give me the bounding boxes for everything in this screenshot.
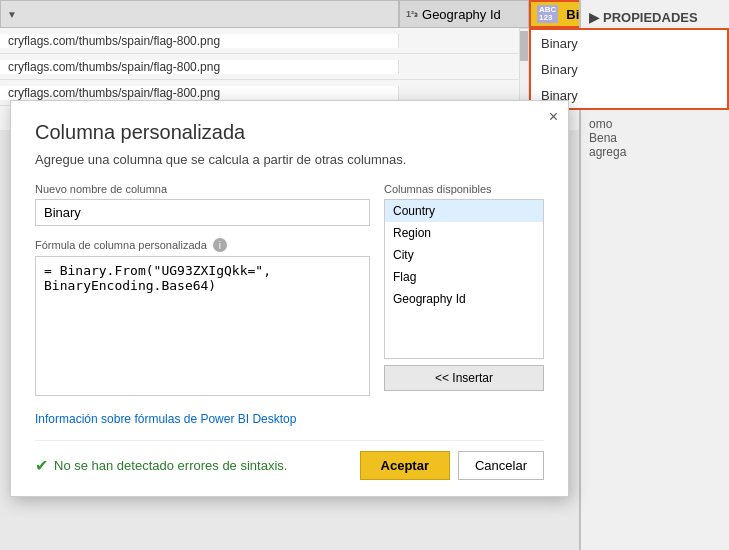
accept-button[interactable]: Aceptar [360,451,450,480]
column-item-flag[interactable]: Flag [385,266,543,288]
promo-text: omo [589,117,721,131]
formula-label-row: Fórmula de columna personalizada i [35,238,370,252]
dropdown-item-1[interactable]: Binary [531,30,727,56]
check-icon: ✔ [35,456,48,475]
column-item-region[interactable]: Region [385,222,543,244]
column-name-label: Nuevo nombre de columna [35,183,370,195]
dialog-body: Nuevo nombre de columna Fórmula de colum… [35,183,544,426]
url-col-icon: ▼ [7,9,17,20]
dialog-right-panel: Columnas disponibles Country Region City… [384,183,544,426]
scrollbar-thumb [520,31,528,61]
formula-label-text: Fórmula de columna personalizada [35,239,207,251]
columns-label: Columnas disponibles [384,183,544,195]
geoid-col-label: Geography Id [422,7,501,22]
columns-list: Country Region City Flag Geography Id [384,199,544,359]
column-item-country[interactable]: Country [385,200,543,222]
url-cell: cryflags.com/thumbs/spain/flag-800.png [0,86,399,100]
insert-button[interactable]: << Insertar [384,365,544,391]
column-name-input[interactable] [35,199,370,226]
url-cell: cryflags.com/thumbs/spain/flag-800.png [0,60,399,74]
url-cell: cryflags.com/thumbs/spain/flag-800.png [0,34,399,48]
status-text: No se han detectado errores de sintaxis. [54,458,287,473]
formula-info-icon[interactable]: i [213,238,227,252]
dialog-left-panel: Nuevo nombre de columna Fórmula de colum… [35,183,370,426]
dialog-close-button[interactable]: × [549,109,558,125]
panel-title-text: PROPIEDADES [603,10,698,25]
formula-help-link[interactable]: Información sobre fórmulas de Power BI D… [35,412,296,426]
column-item-city[interactable]: City [385,244,543,266]
panel-title: ▶ PROPIEDADES [589,10,721,25]
binary-type-icon: ABC123 [537,5,558,23]
custom-column-dialog: × Columna personalizada Agregue una colu… [10,100,569,497]
cancel-button[interactable]: Cancelar [458,451,544,480]
geoid-column-header[interactable]: 1²₃ Geography Id [399,0,529,28]
footer-info: Información sobre fórmulas de Power BI D… [35,411,370,426]
url-column-header: ▼ [0,0,399,28]
panel-triangle-icon: ▶ [589,10,599,25]
dropdown-scrollbar[interactable] [519,28,529,106]
footer-buttons: Aceptar Cancelar [360,451,544,480]
dropdown-item-2[interactable]: Binary [531,56,727,82]
status-row: ✔ No se han detectado errores de sintaxi… [35,456,287,475]
dialog-subtitle: Agregue una columna que se calcula a par… [35,152,544,167]
geoid-type-icon: 1²₃ [406,9,418,19]
bena-text: Bena [589,131,721,145]
agrega-text: agrega [589,145,721,159]
column-item-geoid[interactable]: Geography Id [385,288,543,310]
dialog-title: Columna personalizada [35,121,544,144]
formula-textarea[interactable]: = Binary.From("UG93ZXIgQkk=", BinaryEnco… [35,256,370,396]
dialog-footer: ✔ No se han detectado errores de sintaxi… [35,440,544,480]
binary-dropdown[interactable]: Binary Binary Binary [529,28,729,110]
